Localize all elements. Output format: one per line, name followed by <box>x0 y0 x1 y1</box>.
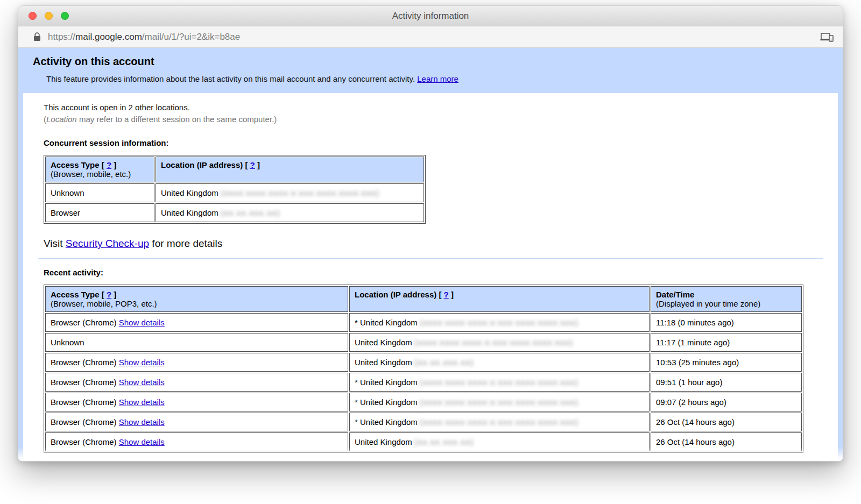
access-type-cell: Unknown <box>45 183 154 202</box>
url-protocol: https:// <box>48 32 75 42</box>
minimize-button[interactable] <box>45 12 53 20</box>
table-row: Browser (Chrome) Show details United Kin… <box>45 432 802 451</box>
table-row: Browser (Chrome) Show details United Kin… <box>45 353 802 372</box>
table-row: Unknown United Kingdom (xxxx:xxxx:xxxx:x… <box>45 183 424 202</box>
datetime-cell: 11:18 (0 minutes ago) <box>651 313 802 332</box>
table-row: Browser (Chrome) Show details * United K… <box>45 313 802 332</box>
page-background: Activity on this account This feature pr… <box>18 48 843 461</box>
window-title: Activity information <box>18 11 843 22</box>
table-row: Browser (Chrome) Show details * United K… <box>45 393 802 411</box>
datetime-cell: 11:17 (1 minute ago) <box>651 333 802 352</box>
show-details-link[interactable]: Show details <box>119 378 165 387</box>
access-type-cell: Unknown <box>45 333 348 352</box>
show-details-link[interactable]: Show details <box>119 437 165 446</box>
datetime-cell: 09:07 (2 hours ago) <box>651 393 802 411</box>
location-cell: * United Kingdom (xxxx:xxxx:xxxx:x:xxx:x… <box>349 313 650 332</box>
datetime-subtitle: (Displayed in your time zone) <box>656 299 796 308</box>
url-host: mail.google.com <box>75 32 142 42</box>
access-type-cell: Browser (Chrome) Show details <box>45 313 348 332</box>
access-type-cell: Browser (Chrome) Show details <box>45 353 348 372</box>
show-details-link[interactable]: Show details <box>119 417 165 427</box>
location-header: Location (IP address) [ ? ] <box>349 286 650 312</box>
address-bar[interactable]: https://mail.google.com/mail/u/1/?ui=2&i… <box>18 26 843 48</box>
location-star: * <box>355 417 360 427</box>
datetime-cell: 26 Oct (14 hours ago) <box>651 432 802 451</box>
page-header-banner: Activity on this account This feature pr… <box>18 48 843 93</box>
location-cell: United Kingdom (xxxx:xxxx:xxxx:x:xxx:xxx… <box>156 183 424 202</box>
ip-redacted: (xx.xx.xxx.xx) <box>221 208 280 217</box>
ip-redacted: (xxxx:xxxx:xxxx:x:xxx:xxxx:xxxx:xxx) <box>420 397 579 407</box>
ip-redacted: (xxxx:xxxx:xxxx:x:xxx:xxxx:xxxx:xxx) <box>221 188 380 197</box>
access-type-cell: Browser (Chrome) Show details <box>45 432 348 451</box>
location-help-link[interactable]: ? <box>444 290 449 299</box>
learn-more-link[interactable]: Learn more <box>417 74 458 83</box>
ip-redacted: (xxxx:xxxx:xxxx:x:xxx:xxxx:xxxx:xxx) <box>420 378 579 387</box>
datetime-header: Date/Time(Displayed in your time zone) <box>651 286 802 312</box>
location-header: Location (IP address) [ ? ] <box>156 157 424 182</box>
url-field[interactable]: https://mail.google.com/mail/u/1/?ui=2&i… <box>48 32 814 42</box>
location-note-text: (Location may refer to a different sessi… <box>44 115 817 124</box>
access-type-help-link[interactable]: ? <box>107 290 111 299</box>
datetime-cell: 10:53 (25 minutes ago) <box>651 353 802 372</box>
section-divider <box>38 258 823 259</box>
access-type-cell: Browser <box>45 203 154 222</box>
location-star: * <box>355 378 360 387</box>
datetime-cell: 26 Oct (14 hours ago) <box>651 413 802 431</box>
location-help-link[interactable]: ? <box>250 160 255 169</box>
description-text: This feature provides information about … <box>46 74 417 83</box>
location-cell: * United Kingdom (xxxx:xxxx:xxxx:x:xxx:x… <box>349 373 650 392</box>
ip-redacted: (xx.xx.xxx.xx) <box>414 437 474 446</box>
access-type-cell: Browser (Chrome) Show details <box>45 373 348 392</box>
ip-redacted: (xxxx:xxxx:xxxx:x:xxx:xxxx:xxxx:xxx) <box>414 338 574 347</box>
concurrent-session-table: Access Type [ ? ](Browser, mobile, etc.)… <box>44 155 426 224</box>
access-type-cell: Browser (Chrome) Show details <box>45 413 348 431</box>
close-button[interactable] <box>29 12 37 20</box>
location-star: * <box>355 397 360 407</box>
access-type-cell: Browser (Chrome) Show details <box>45 393 348 411</box>
table-row: Browser (Chrome) Show details * United K… <box>45 373 802 392</box>
page-description: This feature provides information about … <box>46 74 828 83</box>
page-title: Activity on this account <box>33 55 828 68</box>
table-header-row: Access Type [ ? ](Browser, mobile, etc.)… <box>45 157 424 182</box>
access-type-subtitle: (Browser, mobile, etc.) <box>51 169 149 179</box>
access-type-subtitle: (Browser, mobile, POP3, etc.) <box>51 299 343 308</box>
access-type-header: Access Type [ ? ](Browser, mobile, POP3,… <box>45 286 348 312</box>
table-row: Unknown United Kingdom (xxxx:xxxx:xxxx:x… <box>45 333 802 352</box>
window-controls <box>18 12 69 20</box>
location-cell: United Kingdom (xxxx:xxxx:xxxx:x:xxx:xxx… <box>349 333 650 352</box>
security-checkup-line: Visit Security Check-up for more details <box>44 238 817 250</box>
access-type-header: Access Type [ ? ](Browser, mobile, etc.) <box>45 157 154 182</box>
access-type-help-link[interactable]: ? <box>107 160 111 169</box>
show-details-link[interactable]: Show details <box>119 397 165 407</box>
table-row: Browser United Kingdom (xx.xx.xxx.xx) <box>45 203 424 222</box>
zoom-button[interactable] <box>61 12 69 20</box>
table-header-row: Access Type [ ? ](Browser, mobile, POP3,… <box>45 286 802 312</box>
show-details-link[interactable]: Show details <box>119 358 165 367</box>
content-panel: This account is open in 2 other location… <box>23 93 838 461</box>
browser-popup-window: Activity information https://mail.google… <box>18 5 843 462</box>
open-locations-text: This account is open in 2 other location… <box>44 103 817 112</box>
ip-redacted: (xxxx:xxxx:xxxx:x:xxx:xxxx:xxxx:xxx) <box>420 318 579 327</box>
location-star: * <box>355 318 360 327</box>
security-checkup-link[interactable]: Security Check-up <box>66 238 149 249</box>
concurrent-session-heading: Concurrent session information: <box>44 138 817 147</box>
window-titlebar: Activity information <box>18 6 843 26</box>
note-rest: may refer to a different session on the … <box>77 115 277 124</box>
ip-redacted: (xx.xx.xxx.xx) <box>414 358 474 367</box>
table-row: Browser (Chrome) Show details * United K… <box>45 413 802 431</box>
lock-icon <box>33 32 41 41</box>
location-cell: United Kingdom (xx.xx.xxx.xx) <box>349 353 650 372</box>
url-path: /mail/u/1/?ui=2&ik=b8ae <box>142 32 240 42</box>
location-cell: * United Kingdom (xxxx:xxxx:xxxx:x:xxx:x… <box>349 413 650 431</box>
ip-redacted: (xxxx:xxxx:xxxx:x:xxx:xxxx:xxxx:xxx) <box>420 417 579 427</box>
devices-icon[interactable] <box>820 32 834 42</box>
location-cell: * United Kingdom (xxxx:xxxx:xxxx:x:xxx:x… <box>349 393 650 411</box>
datetime-cell: 09:51 (1 hour ago) <box>651 373 802 392</box>
show-details-link[interactable]: Show details <box>119 318 165 327</box>
recent-activity-heading: Recent activity: <box>44 268 817 277</box>
recent-activity-table: Access Type [ ? ](Browser, mobile, POP3,… <box>44 285 803 453</box>
location-cell: United Kingdom (xx.xx.xxx.xx) <box>156 203 424 222</box>
note-italic-word: Location <box>46 115 77 124</box>
location-cell: United Kingdom (xx.xx.xxx.xx) <box>349 432 650 451</box>
